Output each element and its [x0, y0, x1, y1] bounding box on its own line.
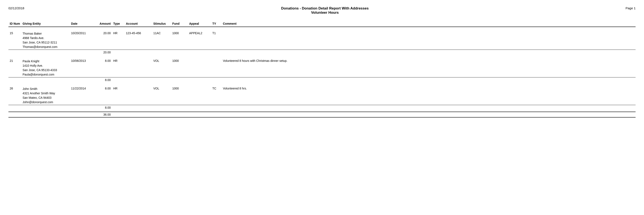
cell-stimulus: VOL [152, 86, 171, 105]
entity-email: Paula@donorquest.com [22, 72, 68, 77]
cell-date: 10/06/2013 [70, 59, 93, 78]
cell-type: HR [112, 86, 124, 105]
cell-id: 15 [8, 31, 21, 50]
cell-amount: 20.00 [93, 31, 112, 50]
entity-address2: San Jose, CA 95133-4333 [22, 68, 68, 72]
entity-name: John Smith [22, 87, 68, 91]
entity-address1: 4968 Tardis Ave. [22, 36, 68, 40]
cell-stimulus: VOL [152, 59, 171, 78]
cell-account: 123-45-456 [124, 31, 152, 50]
cell-comment: Volunteered 8 hours with Christmas dinne… [222, 59, 636, 78]
cell-comment [222, 31, 636, 50]
col-appeal: Appeal [188, 21, 211, 27]
cell-date: 11/22/2014 [70, 86, 93, 105]
cell-entity: John Smith 4321 Another Smith Way San Ma… [21, 86, 70, 105]
subtotal-row: 8.00 [8, 78, 636, 82]
col-account: Account [124, 21, 152, 27]
subtotal-row: 20.00 [8, 50, 636, 55]
entity-address2: San Mateo, CA 94403 [22, 96, 68, 100]
table-header-row: ID Num Giving Entity Date Amount Type Ac… [8, 21, 636, 27]
cell-appeal [188, 59, 211, 78]
cell-id: 26 [8, 86, 21, 105]
cell-amount: 8.00 [93, 86, 112, 105]
cell-ty: TC [211, 86, 222, 105]
col-id-num: ID Num [8, 21, 21, 27]
col-giving-entity: Giving Entity [21, 21, 70, 27]
entity-name: Thomas Baker [22, 32, 68, 36]
col-ty: TY [211, 21, 222, 27]
entity-address1: 4321 Another Smith Way [22, 91, 68, 96]
cell-account [124, 86, 152, 105]
table-row: 26 John Smith 4321 Another Smith Way San… [8, 86, 636, 105]
page-header: 02/12/2018 Donations - Donation Detail R… [8, 6, 636, 15]
main-title: Donations - Donation Detail Report With … [24, 6, 626, 10]
entity-name: Paula Knight [22, 59, 68, 64]
report-title: Donations - Donation Detail Report With … [24, 6, 626, 15]
entity-email: John@donorquest.com [22, 100, 68, 104]
col-fund: Fund [171, 21, 188, 27]
cell-appeal: APPEAL2 [188, 31, 211, 50]
col-comment: Comment [222, 21, 636, 27]
cell-appeal [188, 86, 211, 105]
cell-date: 10/20/2011 [70, 31, 93, 50]
entity-address1: 1410 Holly Ave. [22, 64, 68, 68]
cell-stimulus: 11AC [152, 31, 171, 50]
entity-address2: San Jose, CA 95112-3211 [22, 40, 68, 45]
cell-entity: Thomas Baker 4968 Tardis Ave. San Jose, … [21, 31, 70, 50]
table-row: 21 Paula Knight 1410 Holly Ave. San Jose… [8, 59, 636, 78]
donations-table: ID Num Giving Entity Date Amount Type Ac… [8, 21, 636, 118]
col-date: Date [70, 21, 93, 27]
cell-entity: Paula Knight 1410 Holly Ave. San Jose, C… [21, 59, 70, 78]
cell-fund: 1000 [171, 59, 188, 78]
cell-fund: 1000 [171, 31, 188, 50]
cell-type: HR [112, 59, 124, 78]
col-amount: Amount [93, 21, 112, 27]
entity-email: Thomas@donorquest.com [22, 45, 68, 49]
cell-ty: T1 [211, 31, 222, 50]
cell-type: HR [112, 31, 124, 50]
page-number: Page 1 [626, 6, 636, 10]
cell-id: 21 [8, 59, 21, 78]
sub-title: Volunteer Hours [24, 10, 626, 15]
cell-comment: Volunteered 8 hrs. [222, 86, 636, 105]
cell-ty [211, 59, 222, 78]
col-type: Type [112, 21, 124, 27]
cell-fund: 1000 [171, 86, 188, 105]
col-stimulus: Stimulus [152, 21, 171, 27]
cell-amount: 8.00 [93, 59, 112, 78]
report-date: 02/12/2018 [8, 6, 24, 10]
grand-total-row: 36.00 [8, 112, 636, 117]
cell-account [124, 59, 152, 78]
subtotal-row: 8.00 [8, 105, 636, 110]
table-row: 15 Thomas Baker 4968 Tardis Ave. San Jos… [8, 31, 636, 50]
